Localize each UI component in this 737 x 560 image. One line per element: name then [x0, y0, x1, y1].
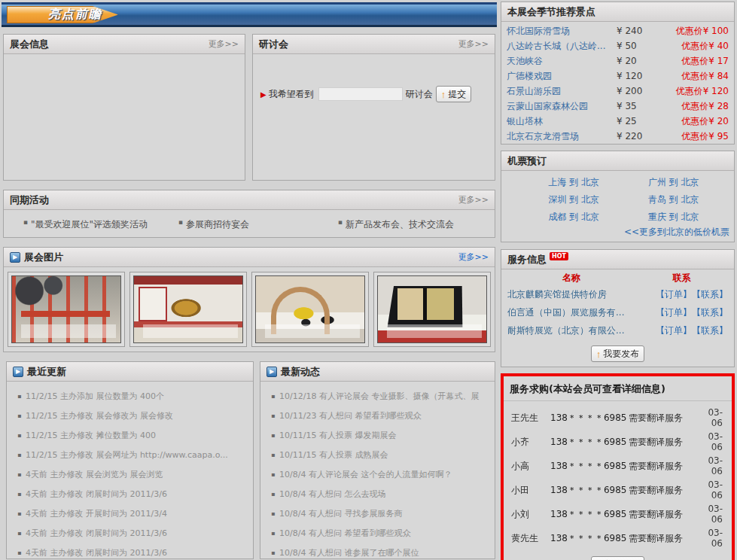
up-arrow-icon: ↑ [441, 89, 446, 100]
attraction-link[interactable]: 天池峡谷 [507, 55, 617, 68]
activities-more-link[interactable]: 更多>> [458, 194, 489, 205]
attraction-row: 八达岭古长城（八达岭... ¥ 50 优惠价¥ 40 [501, 38, 734, 53]
hot-badge: HOT [550, 252, 568, 260]
news-item[interactable]: 10/11/15 有人投票 成熟展会 [271, 446, 490, 465]
update-item[interactable]: 11/2/15 主办修改 摊位数量为 400 [17, 426, 248, 446]
news-item[interactable]: 10/8/4 有人想问 怎么去现场 [271, 485, 490, 504]
recent-updates-panel: ▶ 最近更新 11/2/15 主办添加 展位数量为 400个 11/2/15 主… [6, 361, 254, 559]
activity-item[interactable]: 参展商招待宴会 [178, 218, 338, 231]
request-date: 03-06 [701, 528, 724, 549]
attraction-discount: 优惠价¥ 28 [663, 100, 729, 113]
update-item[interactable]: 11/2/15 主办修改 展会网址为 http://www.caapa.o... [17, 446, 248, 465]
seminar-more-link[interactable]: 更多>> [458, 38, 489, 50]
requested-service: 需要翻译服务 [629, 460, 701, 473]
attraction-row: 怀北国际滑雪场 ¥ 240 优惠价¥ 100 [501, 23, 734, 38]
requested-service: 需要翻译服务 [629, 436, 701, 449]
services-publish-button[interactable]: ↑ 我要发布 [591, 345, 645, 362]
news-item[interactable]: 10/8/4 有人想问 寻找参展服务商 [271, 504, 490, 524]
photos-title: 展会图片 [24, 251, 63, 264]
update-item[interactable]: 4天前 主办修改 展会浏览为 展会浏览 [17, 465, 248, 485]
attraction-link[interactable]: 银山塔林 [507, 115, 617, 128]
news-item[interactable]: 10/12/18 有人评论展会 专业摄影、摄像（开幕式、展 [271, 387, 490, 406]
page: 亮点前瞻 展会信息 更多>> 研讨会 更多>> ▶ 我希望看到 [0, 0, 737, 560]
flight-link[interactable]: 青岛 到 北京 [624, 191, 724, 208]
news-item[interactable]: 10/11/15 有人投票 爆发期展会 [271, 426, 490, 446]
exhibition-info-more-link[interactable]: 更多>> [209, 38, 239, 50]
order-link[interactable]: 【订单】 [656, 289, 692, 300]
attraction-price: ¥ 200 [617, 86, 663, 96]
flights-grid: 上海 到 北京 广州 到 北京 深圳 到 北京 青岛 到 北京 成都 到 北京 … [501, 171, 734, 226]
contact-link[interactable]: 【联系】 [692, 289, 728, 300]
attraction-link[interactable]: 石景山游乐园 [507, 85, 617, 98]
flight-link[interactable]: 成都 到 北京 [524, 208, 624, 226]
attraction-link[interactable]: 北京石京龙滑雪场 [507, 130, 617, 143]
photo-frame[interactable] [129, 272, 247, 347]
play-icon: ▶ [10, 252, 20, 263]
requests-publish-wrap: ↑ 我要发布 [504, 556, 732, 560]
flight-link[interactable]: 上海 到 北京 [524, 174, 624, 191]
news-item[interactable]: 10/8/4 有人想问 谁参展了在哪个展位 [271, 543, 490, 560]
seminar-title: 研讨会 [259, 38, 288, 51]
requester-name: 黄先生 [511, 532, 550, 545]
requester-name: 小高 [511, 460, 550, 473]
service-row: 北京麒麟宾馆提供特价房 【订单】【联系】 [501, 285, 734, 303]
order-link[interactable]: 【订单】 [656, 307, 692, 318]
request-date: 03-06 [701, 455, 724, 476]
latest-news-header: ▶ 最新动态 [260, 362, 495, 382]
red-triangle-icon: ▶ [260, 90, 266, 99]
services-panel: 服务信息 HOT 名称 联系 北京麒麟宾馆提供特价房 【订单】【联系】 伯言通（… [501, 249, 735, 367]
photo-frame[interactable] [8, 272, 125, 347]
activity-item[interactable]: "最受欢迎展位"评选颁奖活动 [23, 218, 178, 231]
exhibition-info-header: 展会信息 更多>> [4, 35, 245, 54]
requested-service: 需要翻译服务 [629, 412, 701, 425]
requester-phone: 138＊＊＊＊6985 [550, 460, 629, 473]
contact-link[interactable]: 【联系】 [692, 325, 728, 336]
attraction-row: 云蒙山国家森林公园 ¥ 35 优惠价¥ 28 [501, 99, 734, 114]
sidebar: 本展会季节推荐景点 怀北国际滑雪场 ¥ 240 优惠价¥ 100 八达岭古长城（… [501, 2, 735, 560]
flights-more-link[interactable]: <<更多到北京的低价机票 [501, 226, 734, 242]
exhibition-photo-dragon [133, 275, 243, 343]
update-item[interactable]: 11/2/15 主办修改 展会修改为 展会修改 [17, 406, 248, 426]
update-item[interactable]: 11/2/15 主办添加 展位数量为 400个 [17, 387, 248, 406]
attraction-price: ¥ 220 [617, 131, 663, 142]
service-name-link[interactable]: 耐斯特展览（北京）有限公... [507, 324, 637, 337]
banner-title: 亮点前瞻 [48, 7, 102, 23]
news-item[interactable]: 10/11/23 有人想问 希望看到哪些观众 [271, 406, 490, 426]
play-icon: ▶ [266, 367, 277, 377]
seminar-topic-input[interactable] [318, 87, 403, 101]
seminar-submit-button[interactable]: ↑ 提交 [436, 86, 472, 102]
attraction-link[interactable]: 云蒙山国家森林公园 [507, 100, 617, 113]
news-item[interactable]: 10/8/4 有人想问 希望看到哪些观众 [271, 524, 490, 543]
flight-link[interactable]: 深圳 到 北京 [524, 191, 624, 208]
update-item[interactable]: 4天前 主办修改 闭展时间为 2011/3/6 [17, 485, 248, 504]
attraction-discount: 优惠价¥ 100 [663, 25, 729, 38]
attraction-price: ¥ 35 [617, 101, 663, 111]
seminar-submit-label: 提交 [448, 88, 466, 101]
attraction-discount: 优惠价¥ 84 [663, 70, 729, 83]
photos-more-link[interactable]: 更多>> [458, 251, 489, 263]
requester-phone: 138＊＊＊＊6985 [550, 484, 629, 497]
contact-link[interactable]: 【联系】 [692, 307, 728, 318]
flight-link[interactable]: 重庆 到 北京 [624, 208, 724, 226]
photo-frame[interactable] [251, 272, 369, 347]
service-name-link[interactable]: 伯言通（中国）展览服务有... [507, 306, 637, 319]
update-item[interactable]: 4天前 主办修改 闭展时间为 2011/3/6 [17, 524, 248, 543]
requester-phone: 138＊＊＊＊6985 [550, 508, 629, 521]
update-item[interactable]: 4天前 主办修改 开展时间为 2011/3/4 [17, 504, 248, 524]
attraction-link[interactable]: 怀北国际滑雪场 [507, 25, 617, 38]
exhibition-photo-hall [255, 275, 365, 343]
activity-item[interactable]: 新产品发布会、技术交流会 [338, 218, 454, 231]
service-links: 【订单】【联系】 [637, 306, 728, 319]
service-name-link[interactable]: 北京麒麟宾馆提供特价房 [507, 288, 637, 301]
news-item[interactable]: 10/8/4 有人评论展会 这个会的人流量如何啊？ [271, 465, 490, 485]
flight-link[interactable]: 广州 到 北京 [624, 174, 724, 191]
order-link[interactable]: 【订单】 [656, 325, 692, 336]
update-item[interactable]: 4天前 主办修改 闭展时间为 2011/3/6 [17, 543, 248, 560]
exhibition-photo-railbike [11, 275, 121, 343]
attractions-title: 本展会季节推荐景点 [507, 5, 595, 19]
attraction-link[interactable]: 广德楼戏园 [507, 70, 617, 83]
watermark-strip [265, 324, 361, 338]
photo-frame[interactable] [373, 272, 491, 347]
attraction-link[interactable]: 八达岭古长城（八达岭... [507, 40, 617, 53]
requests-publish-button[interactable]: ↑ 我要发布 [591, 556, 645, 560]
